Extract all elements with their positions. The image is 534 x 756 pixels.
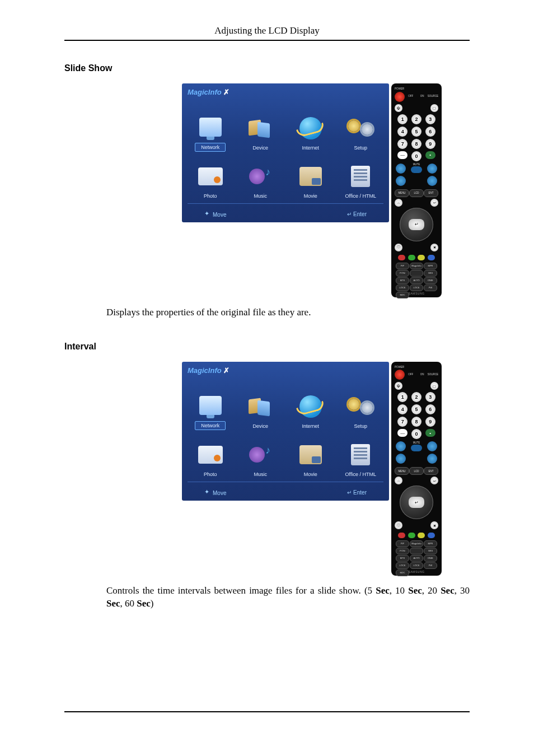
magicinfo-button[interactable]: MagicInfo [410, 263, 423, 269]
tile-photo[interactable]: Photo [188, 431, 233, 478]
green-button[interactable] [408, 255, 415, 260]
lcd-button[interactable]: LCD [409, 189, 424, 197]
corner-button-left[interactable]: ⏻ [395, 382, 402, 390]
tile-internet[interactable]: Internet [288, 383, 334, 430]
num-6-button[interactable]: 6 [425, 127, 435, 137]
num-8-button[interactable]: 8 [411, 139, 421, 149]
ch-down-button[interactable] [396, 176, 406, 186]
num-5-button[interactable]: 5 [411, 127, 421, 137]
blue-button[interactable] [428, 255, 435, 260]
magicinfo-button[interactable]: MagicInfo [410, 540, 423, 547]
info-button[interactable]: ⓘ [395, 244, 402, 251]
tile-music[interactable]: Music [238, 153, 284, 200]
num-7-button[interactable]: 7 [397, 139, 407, 149]
num-9-button[interactable]: 9 [425, 139, 435, 149]
pon-button[interactable]: P.ON [396, 270, 409, 277]
dpad[interactable]: ↵ [400, 208, 433, 241]
num-8-button[interactable]: 8 [411, 417, 421, 427]
ch-up-button[interactable] [427, 454, 437, 464]
red-button[interactable] [398, 533, 405, 538]
dnie-button[interactable]: DNIE [424, 277, 437, 284]
ent-button[interactable]: ENT [424, 189, 438, 197]
ch-up-button[interactable] [427, 176, 437, 186]
lcd-button[interactable]: LCD [409, 467, 424, 475]
ch-down-button[interactable] [396, 454, 406, 464]
menu-button[interactable]: MENU [395, 467, 409, 475]
tile-device[interactable]: Device [238, 383, 284, 430]
power-button[interactable] [395, 370, 405, 380]
blank-button[interactable] [410, 548, 423, 554]
menu-side-button[interactable]: ⌂ [395, 477, 402, 484]
return-side-button[interactable]: ↩ [430, 477, 438, 484]
num-0-button[interactable]: 0 [411, 429, 421, 439]
power-button[interactable] [395, 92, 405, 102]
srs-button[interactable]: SRS [424, 548, 437, 554]
num-3-button[interactable]: 3 [425, 392, 435, 402]
lock2-button[interactable]: LOCK [410, 284, 423, 291]
ent-button[interactable]: ENT [424, 467, 438, 475]
dpad[interactable]: ↵ [400, 486, 433, 519]
corner-button-right[interactable]: ▢ [430, 382, 438, 390]
mute-button[interactable] [411, 445, 422, 451]
vol-up-button[interactable] [427, 164, 437, 174]
green-pill-button[interactable]: • [425, 151, 435, 159]
blank-button[interactable] [410, 270, 423, 277]
menu-side-button[interactable]: ⌂ [395, 199, 402, 207]
mpr-button[interactable]: MPR [424, 540, 437, 547]
tile-device[interactable]: Device [238, 105, 284, 152]
dpad-enter-button[interactable]: ↵ [409, 497, 424, 508]
corner-button-right[interactable]: ▢ [430, 104, 438, 112]
pon-button[interactable]: P.ON [396, 548, 409, 554]
lock-button[interactable]: LOCK [396, 562, 409, 569]
dnie-button[interactable]: DNIE [424, 555, 437, 562]
dash-button[interactable]: — [397, 429, 407, 437]
green-button[interactable] [408, 533, 415, 538]
yellow-button[interactable] [418, 255, 425, 260]
tile-movie[interactable]: Movie [288, 153, 334, 200]
vol-down-button[interactable] [396, 441, 406, 451]
srs-button[interactable]: SRS [424, 270, 437, 277]
auto-button[interactable]: AUTO [410, 555, 423, 562]
tile-internet[interactable]: Internet [288, 105, 334, 152]
tile-network[interactable]: Network [188, 383, 233, 430]
tile-office[interactable]: Office / HTML [338, 153, 384, 200]
pip-button[interactable]: PIP [396, 540, 409, 547]
lock2-button[interactable]: LOCK [410, 562, 423, 569]
exit-button[interactable]: ✖ [430, 521, 438, 529]
pip-button[interactable]: PIP [396, 263, 409, 269]
mpr-button[interactable]: MPR [424, 263, 437, 269]
mts-button[interactable]: MTS [396, 555, 409, 562]
num-2-button[interactable]: 2 [411, 392, 421, 402]
tile-music[interactable]: Music [238, 431, 284, 478]
pw-button[interactable]: PW [424, 562, 437, 569]
num-3-button[interactable]: 3 [425, 114, 435, 124]
tile-setup[interactable]: Setup [338, 383, 384, 430]
tile-setup[interactable]: Setup [338, 105, 384, 152]
lock-button[interactable]: LOCK [396, 284, 409, 291]
yellow-button[interactable] [418, 533, 425, 538]
dash-button[interactable]: — [397, 151, 407, 159]
corner-button-left[interactable]: ⏻ [395, 104, 402, 112]
info-button[interactable]: ⓘ [395, 521, 402, 529]
auto-button[interactable]: AUTO [410, 277, 423, 284]
red-button[interactable] [398, 255, 405, 260]
menu-button[interactable]: MENU [395, 189, 409, 197]
return-side-button[interactable]: ↩ [430, 199, 438, 207]
num-1-button[interactable]: 1 [397, 392, 407, 402]
vol-down-button[interactable] [396, 164, 406, 174]
num-9-button[interactable]: 9 [425, 417, 435, 427]
num-0-button[interactable]: 0 [411, 151, 421, 161]
tile-network[interactable]: Network [188, 105, 233, 152]
dpad-enter-button[interactable]: ↵ [409, 219, 424, 230]
num-4-button[interactable]: 4 [397, 404, 407, 414]
num-5-button[interactable]: 5 [411, 404, 421, 414]
num-2-button[interactable]: 2 [411, 114, 421, 124]
num-6-button[interactable]: 6 [425, 404, 435, 414]
vol-up-button[interactable] [427, 441, 437, 451]
mts-button[interactable]: MTS [396, 277, 409, 284]
pw-button[interactable]: PW [424, 284, 437, 291]
num-1-button[interactable]: 1 [397, 114, 407, 124]
green-pill-button[interactable]: • [425, 429, 435, 437]
exit-button[interactable]: ✖ [430, 244, 438, 251]
num-7-button[interactable]: 7 [397, 417, 407, 427]
